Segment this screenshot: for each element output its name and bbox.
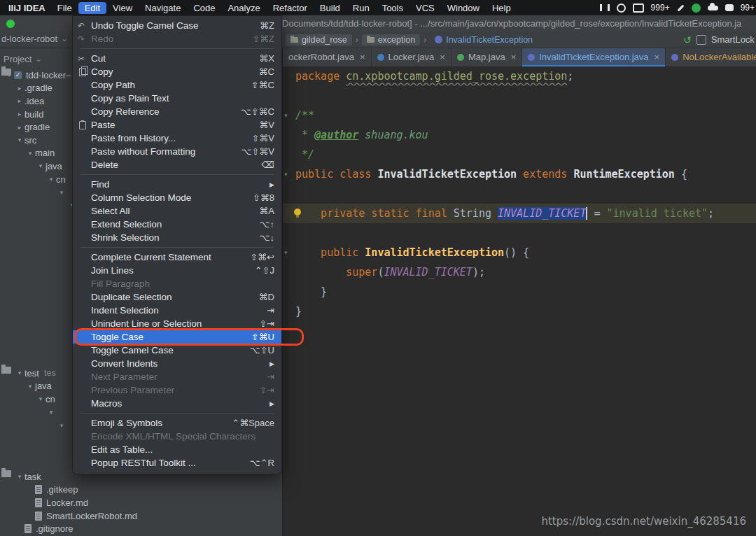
tree-item-label: test (24, 368, 39, 379)
menubar-item-view[interactable]: View (106, 2, 139, 14)
menu-item-edit-as-table[interactable]: Edit as Table... (73, 443, 281, 456)
menu-item-join-lines[interactable]: Join Lines⌃⇧J (73, 264, 281, 277)
tree-item-gitignore[interactable]: .gitignore (0, 522, 282, 535)
menu-item-copy[interactable]: Copy⌘C (73, 65, 281, 78)
editor-area[interactable]: ockerRobot.java×Locker.java×Map.java×Inv… (283, 48, 756, 536)
messages-badge[interactable]: 99+ (741, 3, 755, 13)
menu-item-copy-as-plain-text[interactable]: Copy as Plain Text (73, 92, 281, 105)
folder-icon (367, 37, 374, 43)
menu-item-duplicate-selection[interactable]: Duplicate Selection⌘D (73, 290, 281, 304)
code-token: super (295, 266, 377, 278)
tab-ockerrobot-java[interactable]: ockerRobot.java× (283, 48, 372, 66)
menu-item-paste-without-formatting[interactable]: Paste without Formatting⌥⇧⌘V (73, 145, 281, 158)
menu-item-copy-path[interactable]: Copy Path⇧⌘C (73, 78, 281, 92)
menubar-item-run[interactable]: Run (346, 2, 376, 14)
menu-item-select-all[interactable]: Select All⌘A (73, 204, 281, 218)
menu-item-toggle-case[interactable]: Toggle Case⇧⌘U (73, 330, 281, 344)
tab-label: InvalidTicketException.java (539, 52, 648, 62)
menu-item-complete-current-statement[interactable]: Complete Current Statement⇧⌘↩ (73, 251, 281, 264)
menubar-item-help[interactable]: Help (486, 2, 517, 14)
tree-item-gitkeep[interactable]: .gitkeep (0, 484, 282, 497)
breadcrumb-label: InvalidTicketException (446, 35, 533, 45)
tab-close-icon[interactable]: × (511, 52, 517, 62)
menu-item-undo-toggle-camel-case[interactable]: ↶Undo Toggle Camel Case⌘Z (73, 19, 281, 32)
app-name[interactable]: IliJ IDEA (8, 3, 46, 13)
project-view-header[interactable]: Project ⌄ (4, 54, 42, 64)
menu-item-popup-restful-toolkit[interactable]: Popup RESTful Toolkit ...⌥⌃R (73, 456, 281, 470)
breadcrumb-gilded-rose[interactable]: gilded_rose (286, 34, 352, 45)
menubar-item-code[interactable]: Code (187, 2, 221, 14)
menu-item-shortcut: ⌘X (259, 53, 274, 64)
chat-icon[interactable] (725, 4, 734, 11)
menu-item-find[interactable]: Find▶ (73, 178, 281, 191)
run-configuration-widget[interactable]: ↺ SmartLock (683, 33, 756, 46)
code-line-2 (283, 86, 756, 106)
menu-item-paste[interactable]: Paste⌘V (73, 118, 281, 132)
breadcrumb-invalidticketexception[interactable]: InvalidTicketException (430, 34, 538, 45)
pause-icon[interactable] (600, 4, 610, 11)
menubar-item-file[interactable]: File (51, 2, 78, 14)
tree-item-smartlockerrobot-md[interactable]: SmartLockerRobot.md (0, 509, 282, 523)
app-n-icon[interactable] (692, 3, 701, 13)
menu-item-paste-from-history[interactable]: Paste from History...⇧⌘V (73, 132, 281, 145)
fold-icon[interactable]: ▾ (284, 164, 288, 184)
tree-item-label: gradle (24, 122, 50, 132)
fold-icon[interactable]: ▾ (284, 243, 288, 262)
menu-item-delete[interactable]: Delete⌫ (73, 158, 281, 171)
menubar-item-edit[interactable]: Edit (78, 2, 106, 14)
code-token: InvalidTicketException (377, 168, 517, 181)
menu-item-label: Copy Reference (91, 106, 234, 117)
menu-item-label: Complete Current Statement (91, 252, 243, 262)
menu-item-toggle-camel-case[interactable]: Toggle Camel Case⌥⇧U (73, 344, 281, 357)
menu-item-shortcut: ⌥⌃R (250, 458, 274, 468)
menubar-item-vcs[interactable]: VCS (410, 2, 441, 14)
tab-close-icon[interactable]: × (440, 52, 445, 62)
menu-item-emoji-symbols[interactable]: Emoji & Symbols⌃⌘Space (73, 416, 281, 430)
menu-item-label: Shrink Selection (91, 232, 253, 243)
tree-item-label: cn (56, 174, 66, 185)
camera-icon[interactable] (633, 3, 644, 13)
menu-item-redo: ↷Redo⇧⌘Z (73, 32, 281, 45)
cloud-icon[interactable] (708, 6, 718, 10)
folder-icon (1, 470, 11, 477)
wrench-icon[interactable] (677, 4, 684, 11)
record-icon[interactable] (617, 3, 626, 13)
menubar-item-navigate[interactable]: Navigate (139, 2, 187, 14)
menubar-item-refactor[interactable]: Refactor (267, 2, 314, 14)
menu-item-label: Edit as Table... (91, 444, 274, 455)
menu-item-shrink-selection[interactable]: Shrink Selection⌥↓ (73, 231, 281, 244)
intention-bulb-icon[interactable] (294, 209, 301, 216)
rerun-icon[interactable]: ↺ (683, 34, 692, 45)
fold-icon[interactable]: ▾ (284, 106, 288, 125)
menu-item-unindent-line-or-selection[interactable]: Unindent Line or Selection⇧⇥ (73, 317, 281, 330)
breadcrumb-exception[interactable]: exception (362, 34, 421, 45)
tab-locker-java[interactable]: Locker.java× (372, 48, 451, 66)
traffic-light-green[interactable] (6, 20, 15, 28)
tab-close-icon[interactable]: × (360, 52, 365, 62)
menubar-item-window[interactable]: Window (441, 2, 486, 14)
code-token: INVALID_TICKET (384, 266, 472, 278)
notifications-badge[interactable]: 999+ (651, 3, 670, 13)
menubar-item-build[interactable]: Build (314, 2, 346, 14)
project-panel-title[interactable]: d-locker-robot ⌄ (1, 34, 67, 44)
menu-item-macros[interactable]: Macros▶ (73, 397, 281, 410)
menu-item-indent-selection[interactable]: Indent Selection⇥ (73, 304, 281, 317)
tab-nolockeravailableexception-j[interactable]: NoLockerAvailableException.j (666, 48, 756, 66)
menu-item-shortcut: ⇧⌘C (251, 80, 274, 90)
code-editor[interactable]: package cn.xpbootcamp.gilded_rose.except… (283, 66, 756, 321)
menu-item-extend-selection[interactable]: Extend Selection⌥↑ (73, 218, 281, 231)
menubar-item-tools[interactable]: Tools (376, 2, 410, 14)
tab-label: Locker.java (388, 52, 435, 62)
tab-map-java[interactable]: Map.java× (451, 48, 522, 66)
tree-item-label: java (35, 381, 52, 391)
tree-item-locker-md[interactable]: Locker.md (0, 496, 282, 509)
tab-close-icon[interactable]: × (654, 52, 660, 62)
menu-item-copy-reference[interactable]: Copy Reference⌥⇧⌘C (73, 105, 281, 118)
tab-invalidticketexception-java[interactable]: InvalidTicketException.java× (522, 48, 666, 66)
menubar-item-analyze[interactable]: Analyze (221, 2, 266, 14)
menu-item-cut[interactable]: ✂Cut⌘X (73, 52, 281, 65)
tree-arrow-icon: ▸ (15, 85, 24, 92)
code-line-7 (283, 184, 756, 204)
menu-item-convert-indents[interactable]: Convert Indents▶ (73, 357, 281, 370)
menu-item-column-selection-mode[interactable]: Column Selection Mode⇧⌘8 (73, 191, 281, 204)
